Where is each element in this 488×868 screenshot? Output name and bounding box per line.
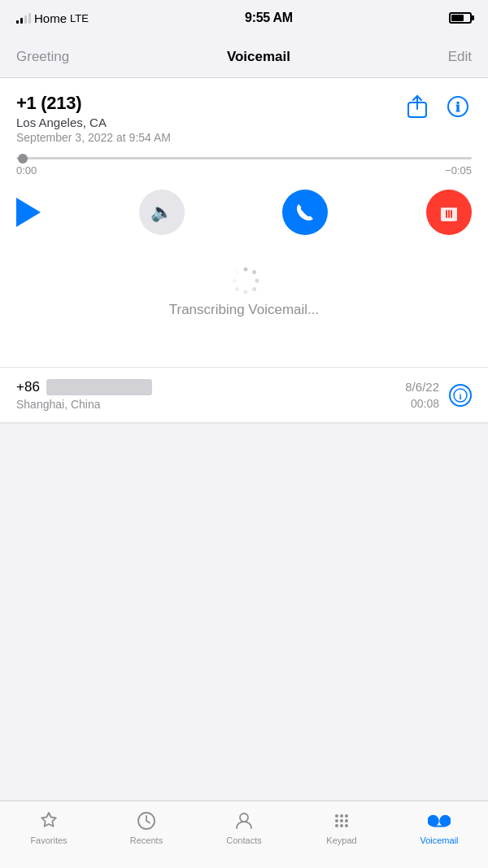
info-button[interactable]: i — [444, 93, 472, 120]
vm-header: +1 (213) Los Angeles, CA September 3, 20… — [16, 93, 472, 144]
spinner-svg — [231, 266, 260, 295]
speaker-icon: 🔈 — [150, 202, 172, 223]
transcribing-label: Transcribing Voicemail... — [169, 302, 320, 318]
svg-point-18 — [340, 814, 343, 818]
voicemail-date: September 3, 2022 at 9:54 AM — [16, 131, 403, 144]
navigation-bar: Greeting Voicemail Edit — [0, 36, 488, 78]
recents-icon — [135, 809, 158, 832]
edit-button[interactable]: Edit — [448, 49, 472, 65]
status-bar: Home LTE 9:55 AM — [0, 0, 488, 36]
svg-point-23 — [335, 824, 338, 827]
tab-recents-label: Recents — [130, 835, 163, 845]
voicemail-list: +86 Shanghai, China 8/6/22 00:08 i — [0, 368, 488, 424]
signal-icon — [16, 12, 31, 24]
caller-phone: +1 (213) — [16, 93, 403, 114]
redacted-number — [46, 379, 152, 395]
page-title: Voicemail — [227, 49, 290, 65]
svg-point-9 — [244, 290, 248, 294]
vm-list-location: Shanghai, China — [16, 398, 405, 411]
progress-times: 0:00 −0:05 — [16, 164, 472, 177]
svg-point-24 — [340, 824, 343, 827]
transcribing-section: Transcribing Voicemail... — [16, 240, 472, 347]
network-type: LTE — [70, 12, 89, 24]
battery-area — [449, 12, 472, 24]
vm-list-date: 8/6/22 — [405, 380, 439, 394]
vm-list-phone: +86 — [16, 379, 405, 395]
svg-point-10 — [235, 287, 239, 291]
vm-list-info-button[interactable]: i — [449, 384, 472, 407]
svg-point-8 — [252, 287, 256, 291]
battery-icon — [449, 12, 472, 24]
favorites-icon — [37, 809, 60, 832]
status-time: 9:55 AM — [245, 11, 293, 25]
svg-text:i: i — [456, 100, 460, 114]
svg-point-26 — [428, 816, 438, 826]
tab-keypad[interactable]: Keypad — [293, 809, 390, 845]
svg-text:i: i — [459, 390, 461, 400]
svg-point-7 — [255, 279, 259, 283]
vm-action-icons: i — [403, 93, 472, 120]
svg-point-12 — [235, 270, 239, 274]
tab-bar: Favorites Recents Contacts — [0, 800, 488, 868]
progress-section[interactable]: 0:00 −0:05 — [16, 157, 472, 177]
greeting-button[interactable]: Greeting — [16, 49, 69, 65]
contacts-icon — [233, 809, 255, 832]
current-time: 0:00 — [16, 164, 37, 177]
voicemail-detail-card: +1 (213) Los Angeles, CA September 3, 20… — [0, 78, 488, 368]
progress-track[interactable] — [16, 157, 472, 159]
speaker-button[interactable]: 🔈 — [139, 190, 185, 235]
play-triangle-icon — [16, 198, 41, 227]
voicemail-list-item[interactable]: +86 Shanghai, China 8/6/22 00:08 i — [0, 368, 488, 423]
svg-point-22 — [345, 819, 348, 822]
svg-point-11 — [233, 279, 237, 283]
share-button[interactable] — [403, 93, 431, 120]
tab-favorites[interactable]: Favorites — [0, 809, 98, 845]
carrier-info: Home LTE — [16, 11, 89, 25]
tab-contacts[interactable]: Contacts — [195, 809, 293, 845]
svg-point-27 — [440, 816, 450, 826]
tab-recents[interactable]: Recents — [98, 809, 195, 845]
voicemail-icon — [428, 809, 451, 832]
phone-prefix: +86 — [16, 379, 40, 395]
battery-fill — [451, 15, 464, 21]
svg-point-20 — [335, 819, 338, 822]
svg-point-5 — [244, 268, 248, 272]
svg-point-25 — [345, 824, 348, 827]
vm-list-duration: 00:08 — [411, 397, 439, 410]
trash-icon — [439, 202, 459, 223]
play-button[interactable] — [16, 198, 41, 227]
tab-favorites-label: Favorites — [30, 835, 67, 845]
empty-content-area — [0, 424, 488, 660]
tab-keypad-label: Keypad — [326, 835, 356, 845]
svg-point-19 — [345, 814, 348, 818]
caller-location: Los Angeles, CA — [16, 116, 403, 129]
svg-point-17 — [335, 814, 338, 818]
vm-list-caller: +86 Shanghai, China — [16, 379, 405, 411]
tab-contacts-label: Contacts — [226, 835, 261, 845]
keypad-icon — [330, 809, 353, 832]
tab-voicemail-label: Voicemail — [420, 835, 458, 845]
svg-point-16 — [240, 813, 248, 822]
progress-thumb[interactable] — [18, 154, 28, 164]
phone-icon — [294, 202, 316, 223]
loading-spinner — [231, 266, 257, 292]
info-circle-icon: i — [453, 388, 468, 403]
playback-controls: 🔈 — [16, 185, 472, 240]
caller-info: +1 (213) Los Angeles, CA September 3, 20… — [16, 93, 403, 144]
call-back-button[interactable] — [282, 190, 328, 235]
vm-list-meta: 8/6/22 00:08 — [405, 380, 439, 410]
delete-button[interactable] — [426, 190, 472, 235]
carrier-name: Home — [34, 11, 67, 25]
tab-voicemail[interactable]: Voicemail — [390, 809, 488, 845]
svg-point-21 — [340, 819, 343, 822]
remaining-time: −0:05 — [445, 164, 472, 177]
svg-point-6 — [252, 270, 256, 274]
